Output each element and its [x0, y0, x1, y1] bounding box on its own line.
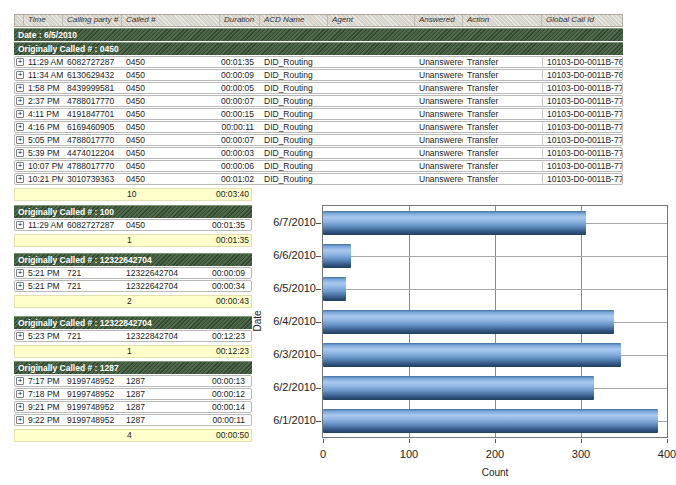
row-agent — [328, 57, 415, 67]
row-global-call-id: 10103-D0-0011B-76F — [542, 70, 622, 80]
expand-row-icon[interactable]: + — [16, 84, 24, 92]
bar — [323, 310, 614, 334]
expand-row-icon[interactable]: + — [16, 377, 24, 385]
x-tick-label: 100 — [400, 448, 418, 460]
expand-row-icon[interactable]: + — [16, 175, 24, 183]
row-answered: Unanswered — [415, 83, 463, 93]
row-calling-party: 4788017770 — [63, 161, 122, 171]
row-time: 5:39 PM — [24, 148, 63, 158]
summary-total-duration: 00:00:43 — [220, 296, 251, 307]
expand-row-icon[interactable]: + — [16, 97, 24, 105]
expand-row-icon[interactable]: + — [16, 71, 24, 79]
row-time: 9:22 PM — [24, 415, 63, 425]
summary-spacer — [15, 296, 122, 307]
table-row: +2:37 PM4788017770045000:00:07DID_Routin… — [14, 95, 623, 107]
row-agent — [328, 122, 415, 132]
group-summary-row: 1000:03:40 — [14, 188, 252, 201]
row-duration: 00:00:11 — [220, 122, 260, 132]
chart-plot-area — [322, 205, 668, 438]
expand-row-icon[interactable]: + — [16, 136, 24, 144]
row-time: 7:17 PM — [24, 376, 63, 386]
y-axis-tick — [316, 256, 321, 257]
row-answered: Unanswered — [415, 70, 463, 80]
call-report-screen: Time Calling party # Called # Duration A… — [0, 0, 676, 485]
row-agent — [328, 83, 415, 93]
row-called: 1287 — [122, 389, 220, 399]
expander-cell: + — [15, 402, 24, 412]
row-global-call-id: 10103-D0-0011B-77F — [542, 174, 622, 184]
expander-cell: + — [15, 174, 24, 184]
row-time: 1:58 PM — [24, 83, 63, 93]
row-called: 0450 — [122, 70, 220, 80]
expander-cell: + — [15, 57, 24, 67]
expand-row-icon[interactable]: + — [16, 416, 24, 424]
summary-count: 4 — [122, 430, 220, 441]
row-global-call-id: 10103-D0-0011B-770 — [542, 83, 622, 93]
gridline-horizontal — [323, 388, 667, 389]
group-summary-row: 200:00:43 — [14, 295, 252, 308]
expand-row-icon[interactable]: + — [16, 390, 24, 398]
table-row: +7:18 PM9199748952128700:00:12 — [14, 388, 252, 400]
expand-row-icon[interactable]: + — [16, 269, 24, 277]
row-time: 5:23 PM — [24, 331, 63, 341]
expander-cell: + — [15, 148, 24, 158]
row-time: 10:07 PM — [24, 161, 63, 171]
expand-row-icon[interactable]: + — [16, 221, 24, 229]
expand-row-icon[interactable]: + — [16, 162, 24, 170]
expand-row-icon[interactable]: + — [16, 149, 24, 157]
group-header: Originally Called # : 12322642704 — [14, 253, 252, 266]
expand-row-icon[interactable]: + — [16, 58, 24, 66]
column-header-called: Called # — [122, 15, 220, 26]
row-called: 12322642704 — [122, 281, 220, 291]
row-duration: 00:00:14 — [220, 402, 251, 412]
row-calling-party: 721 — [63, 331, 122, 341]
x-axis-tick — [581, 439, 582, 443]
expand-row-icon[interactable]: + — [16, 282, 24, 290]
row-answered: Unanswered — [415, 122, 463, 132]
row-calling-party: 3010739363 — [63, 174, 122, 184]
table-row: +5:23 PM7211232284270400:12:23 — [14, 330, 252, 342]
row-acd-name: DID_Routing — [260, 161, 328, 171]
table-row: +10:07 PM4788017770045000:00:06DID_Routi… — [14, 160, 623, 172]
expand-row-icon[interactable]: + — [16, 332, 24, 340]
row-action: Transfer — [463, 161, 542, 171]
x-axis-tick — [409, 439, 410, 443]
row-calling-party: 6082727287 — [63, 220, 122, 230]
row-time: 5:21 PM — [24, 281, 63, 291]
expander-cell: + — [15, 135, 24, 145]
row-global-call-id: 10103-D0-0011B-772 — [542, 109, 622, 119]
row-acd-name: DID_Routing — [260, 70, 328, 80]
gridline-horizontal — [323, 256, 667, 257]
summary-spacer — [15, 235, 122, 246]
row-time: 5:21 PM — [24, 268, 63, 278]
expand-row-icon[interactable]: + — [16, 110, 24, 118]
row-time: 2:37 PM — [24, 96, 63, 106]
table-row: +11:34 AM6130629432045000:00:09DID_Routi… — [14, 69, 623, 81]
expand-row-icon[interactable]: + — [16, 403, 24, 411]
bar — [323, 211, 586, 235]
x-tick-label: 0 — [320, 448, 326, 460]
row-calling-party: 6169460905 — [63, 122, 122, 132]
row-time: 4:16 PM — [24, 122, 63, 132]
row-called: 0450 — [122, 161, 220, 171]
table-row: +4:11 PM4191847701045000:00:15DID_Routin… — [14, 108, 623, 120]
row-time: 7:18 PM — [24, 389, 63, 399]
row-action: Transfer — [463, 70, 542, 80]
table-row: +9:22 PM9199748952128700:00:11 — [14, 414, 252, 426]
y-axis-title: Date — [252, 299, 264, 343]
summary-total-duration: 00:01:35 — [220, 235, 251, 246]
row-calling-party: 6130629432 — [63, 70, 122, 80]
table-row: +11:29 AM6082727287045000:01:35 — [14, 219, 252, 231]
row-duration: 00:00:34 — [220, 281, 251, 291]
row-global-call-id: 10103-D0-0011B-773 — [542, 122, 622, 132]
expand-row-icon[interactable]: + — [16, 123, 24, 131]
gridline-horizontal — [323, 322, 667, 323]
row-calling-party: 4788017770 — [63, 135, 122, 145]
row-duration: 00:00:13 — [220, 376, 251, 386]
x-tick-label: 300 — [572, 448, 590, 460]
row-agent — [328, 109, 415, 119]
row-time: 11:34 AM — [24, 70, 63, 80]
row-called: 1287 — [122, 376, 220, 386]
x-tick-label: 200 — [486, 448, 504, 460]
row-acd-name: DID_Routing — [260, 174, 328, 184]
